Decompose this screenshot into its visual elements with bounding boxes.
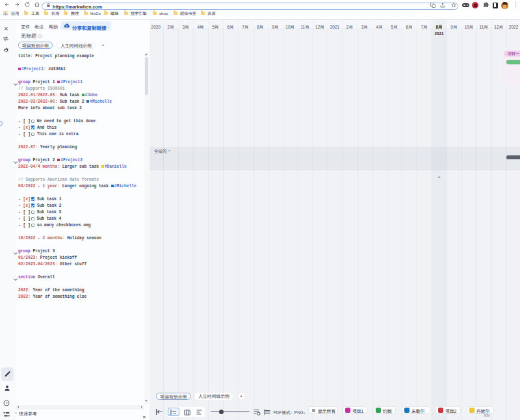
svg-text:?: ? xyxy=(5,401,7,405)
